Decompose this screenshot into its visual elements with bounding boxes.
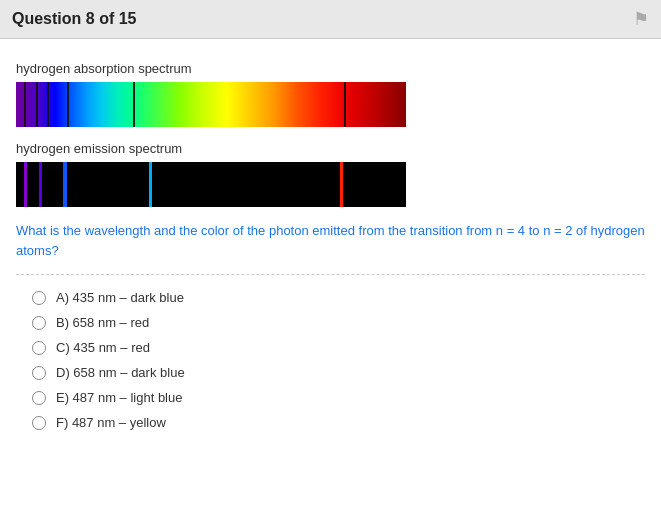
abs-line-4 [67, 82, 69, 127]
abs-line-6 [344, 82, 346, 127]
option-d[interactable]: D) 658 nm – dark blue [16, 360, 645, 385]
option-a[interactable]: A) 435 nm – dark blue [16, 285, 645, 310]
option-b[interactable]: B) 658 nm – red [16, 310, 645, 335]
divider [16, 274, 645, 275]
radio-d[interactable] [32, 366, 46, 380]
option-f-label: F) 487 nm – yellow [56, 415, 166, 430]
abs-line-5 [133, 82, 135, 127]
option-c-label: C) 435 nm – red [56, 340, 150, 355]
emission-label: hydrogen emission spectrum [16, 141, 645, 156]
option-f[interactable]: F) 487 nm – yellow [16, 410, 645, 435]
em-line-blue [63, 162, 67, 207]
abs-line-3 [47, 82, 49, 127]
radio-b[interactable] [32, 316, 46, 330]
option-e-label: E) 487 nm – light blue [56, 390, 182, 405]
absorption-spectrum-container [16, 82, 406, 127]
radio-a[interactable] [32, 291, 46, 305]
absorption-spectrum [16, 82, 406, 127]
question-counter: Question 8 of 15 [12, 10, 136, 28]
radio-f[interactable] [32, 416, 46, 430]
radio-e[interactable] [32, 391, 46, 405]
em-line-indigo [39, 162, 42, 207]
abs-line-2 [36, 82, 38, 127]
header: Question 8 of 15 ⚑ [0, 0, 661, 39]
radio-c[interactable] [32, 341, 46, 355]
content-area: hydrogen absorption spectrum hydrogen em… [0, 39, 661, 447]
option-d-label: D) 658 nm – dark blue [56, 365, 185, 380]
abs-line-1 [24, 82, 26, 127]
bookmark-icon[interactable]: ⚑ [633, 8, 649, 30]
emission-spectrum [16, 162, 406, 207]
option-a-label: A) 435 nm – dark blue [56, 290, 184, 305]
option-e[interactable]: E) 487 nm – light blue [16, 385, 645, 410]
em-line-red [340, 162, 343, 207]
options-list: A) 435 nm – dark blue B) 658 nm – red C)… [16, 285, 645, 435]
emission-spectrum-container [16, 162, 406, 207]
option-b-label: B) 658 nm – red [56, 315, 149, 330]
option-c[interactable]: C) 435 nm – red [16, 335, 645, 360]
absorption-label: hydrogen absorption spectrum [16, 61, 645, 76]
em-line-cyan [149, 162, 152, 207]
question-text: What is the wavelength and the color of … [16, 221, 645, 260]
em-line-violet [24, 162, 27, 207]
